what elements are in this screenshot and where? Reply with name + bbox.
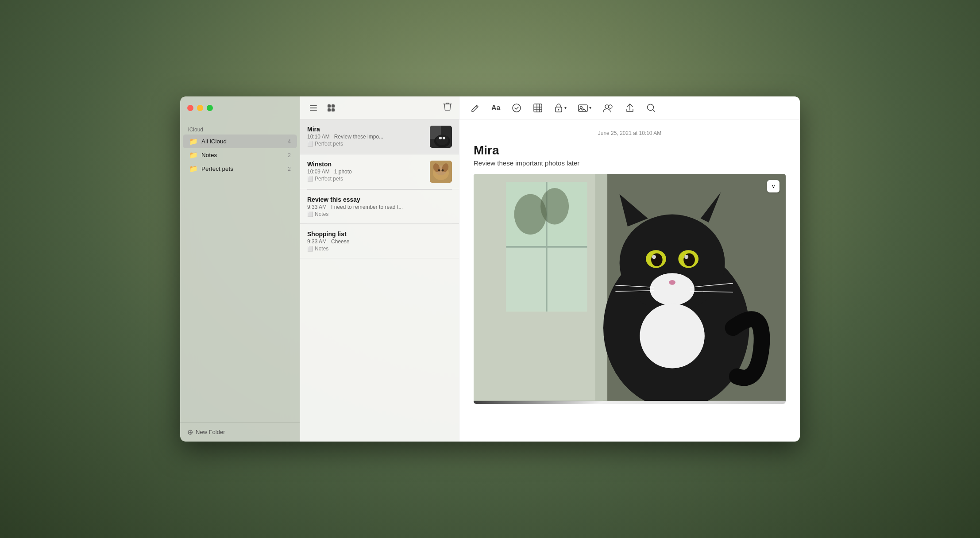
sidebar-item-count-notes: 2 [288,152,291,158]
compose-button[interactable] [468,101,482,115]
photo-dropdown-arrow: ▾ [589,105,591,110]
lock-button[interactable]: ▾ [552,101,568,115]
note-preview-winston: 1 photo [334,169,352,175]
folder-inline-icon-review-essay: ⬜ [307,211,313,217]
svg-point-32 [648,104,654,110]
sidebar-item-notes[interactable]: 📁 Notes 2 [183,148,297,162]
folder-icon-notes: 📁 [189,151,198,159]
svg-rect-21 [534,104,542,112]
note-item-shopping-list[interactable]: Shopping list 9:33 AM Cheese ⬜ Notes [300,224,459,258]
note-preview-review-essay: I need to remember to read t... [331,204,403,210]
list-view-button[interactable] [307,102,320,114]
note-item-review-essay[interactable]: Review this essay 9:33 AM I need to reme… [300,190,459,224]
sidebar-item-all-icloud[interactable]: 📁 All iCloud 4 [183,134,297,148]
collaboration-icon [603,103,613,113]
svg-point-60 [669,280,675,285]
note-title-winston: Winston [307,161,424,168]
note-folder-label-mira: Perfect pets [315,141,343,147]
note-time-shopping-list: 9:33 AM [307,238,327,245]
note-folder-label-shopping-list: Notes [315,246,328,252]
note-folder-mira: ⬜ Perfect pets [307,141,424,147]
grid-view-button[interactable] [325,102,337,114]
detail-toolbar: Aa [459,96,800,119]
note-thumbnail-mira [430,126,452,148]
svg-point-10 [436,134,448,145]
trash-icon [443,102,452,111]
list-toolbar [300,96,459,119]
detail-subtitle: Review these important photos later [474,159,786,167]
svg-point-11 [439,137,442,139]
search-icon [646,103,656,113]
collaboration-button[interactable] [601,101,615,115]
sidebar-item-perfect-pets[interactable]: 📁 Perfect pets 2 [183,162,297,176]
share-icon [625,103,635,113]
cat-photo: ∨ [474,174,786,404]
svg-rect-1 [310,108,317,108]
svg-point-20 [513,104,521,112]
note-folder-review-essay: ⬜ Notes [307,211,452,217]
sidebar-item-label-notes: Notes [201,152,284,158]
note-text-review-essay: Review this essay 9:33 AM I need to reme… [307,196,452,217]
new-folder-button[interactable]: ⊕ New Folder [187,428,225,436]
folder-icon-perfect-pets: 📁 [189,165,198,173]
search-button[interactable] [644,101,658,115]
note-title-shopping-list: Shopping list [307,231,452,238]
detail-title[interactable]: Mira [474,143,786,158]
svg-point-54 [652,255,656,259]
svg-rect-3 [328,104,331,108]
photo-button[interactable]: ▾ [576,102,593,114]
notes-list-panel: Mira 10:10 AM Review these impo... ⬜ Per… [300,96,459,442]
maximize-button[interactable] [207,105,213,111]
compose-icon [470,103,480,113]
folder-inline-icon-mira: ⬜ [307,141,313,147]
sidebar: iCloud 📁 All iCloud 4 📁 Notes 2 📁 Perfec… [180,96,300,442]
folder-icon: 📁 [189,137,198,146]
note-folder-label-winston: Perfect pets [315,176,343,182]
table-button[interactable] [531,101,544,115]
grid-view-icon [327,104,336,112]
lock-icon [554,103,563,113]
svg-point-55 [684,255,688,259]
trash-button[interactable] [443,102,452,114]
svg-rect-0 [310,105,317,106]
lock-dropdown-arrow: ▾ [564,105,567,110]
sidebar-content: iCloud 📁 All iCloud 4 📁 Notes 2 📁 Perfec… [180,119,300,422]
sidebar-item-count-all-icloud: 4 [288,138,291,145]
sidebar-item-label-all-icloud: All iCloud [201,138,284,145]
svg-point-31 [609,105,612,108]
photo-icon [578,104,588,112]
close-button[interactable] [187,105,193,111]
svg-point-27 [558,109,559,110]
share-button[interactable] [623,101,637,115]
notes-list: Mira 10:10 AM Review these impo... ⬜ Per… [300,119,459,442]
note-title-review-essay: Review this essay [307,196,452,203]
cat-photo-svg [474,174,786,401]
note-item-mira[interactable]: Mira 10:10 AM Review these impo... ⬜ Per… [300,119,459,154]
minimize-button[interactable] [197,105,203,111]
note-thumbnail-winston [430,161,452,183]
detail-date: June 25, 2021 at 10:10 AM [474,130,786,136]
sidebar-item-label-perfect-pets: Perfect pets [201,165,284,172]
svg-point-41 [540,188,569,224]
note-folder-winston: ⬜ Perfect pets [307,176,424,182]
svg-point-18 [438,169,440,172]
svg-rect-2 [310,110,317,111]
photo-dropdown-button[interactable]: ∨ [767,180,779,192]
svg-point-12 [443,137,445,139]
svg-rect-42 [595,174,607,401]
note-preview-mira: Review these impo... [334,134,383,140]
folder-inline-icon-shopping-list: ⬜ [307,246,313,252]
format-button[interactable]: Aa [490,102,502,114]
note-detail-panel: Aa [459,96,800,442]
checklist-button[interactable] [510,101,523,115]
app-window: iCloud 📁 All iCloud 4 📁 Notes 2 📁 Perfec… [180,96,800,442]
svg-point-47 [650,273,694,305]
note-meta-winston: 10:09 AM 1 photo [307,169,424,175]
svg-point-53 [683,253,695,266]
svg-point-61 [640,304,704,368]
note-time-review-essay: 9:33 AM [307,204,327,210]
list-view-icon [309,104,318,112]
note-time-winston: 10:09 AM [307,169,330,175]
note-item-winston[interactable]: Winston 10:09 AM 1 photo ⬜ Perfect pets [300,154,459,189]
svg-point-52 [651,253,663,266]
